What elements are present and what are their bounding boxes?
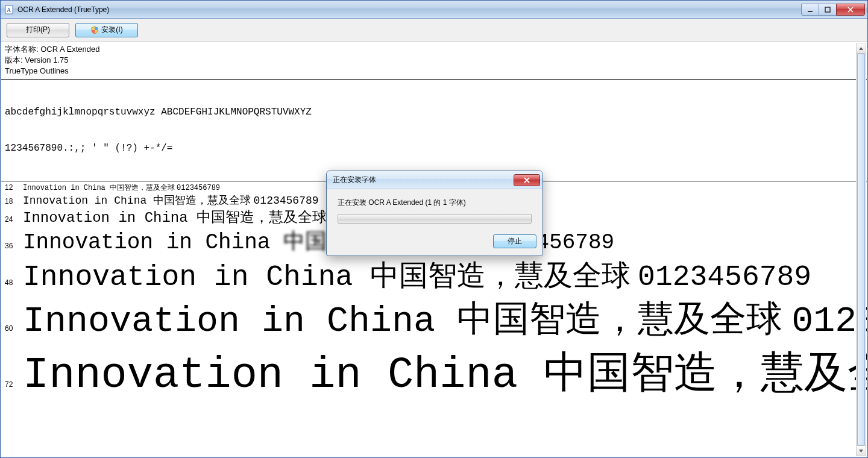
sample-text: Innovation in China 中国智造，慧及全球 0123456789 (23, 256, 811, 295)
sample-text: Innovation in China 中国智造，慧及全球 0123456789 (23, 193, 319, 207)
svg-rect-2 (808, 11, 813, 12)
sample-size-label: 36 (5, 242, 23, 250)
sample-text: Innovation in China 中国智造，慧及全球 0123456789 (23, 344, 867, 401)
glyph-line-2: 1234567890.:,; ' " (!?) +-*/= (5, 142, 863, 154)
font-outlines-line: TrueType Outlines (5, 66, 863, 77)
window-close-button[interactable] (836, 4, 865, 16)
svg-text:A: A (7, 7, 11, 13)
sample-size-label: 48 (5, 278, 23, 287)
font-file-icon: A (4, 5, 14, 14)
dialog-buttons: 停止 (327, 230, 542, 256)
install-progress-bar (338, 214, 532, 224)
dialog-close-button[interactable] (514, 174, 540, 186)
dialog-titlebar: 正在安装字体 (327, 171, 542, 189)
sample-text: Innovation in China 中国智造，慧及全球 0123456789 (23, 295, 867, 344)
stop-button-label: 停止 (508, 236, 522, 246)
window-controls (802, 4, 865, 16)
install-button[interactable]: 安装(I) (75, 23, 138, 37)
toolbar: 打印(P) 安装(I) (1, 19, 867, 42)
scroll-up-button[interactable] (857, 43, 866, 54)
glyph-line-1: abcdefghijklmnopqrstuvwxyz ABCDEFGHIJKLM… (5, 106, 863, 118)
dialog-body: 正在安装 OCR A Extended (1 的 1 字体) (327, 189, 542, 230)
scrollbar-track[interactable] (857, 54, 866, 445)
window-titlebar: A OCR A Extended (TrueType) (1, 1, 867, 19)
sample-size-label: 60 (5, 324, 23, 333)
sample-row: 72Innovation in China 中国智造，慧及全球 01234567… (1, 344, 867, 401)
sample-size-label: 24 (5, 215, 23, 224)
sample-row: 60Innovation in China 中国智造，慧及全球 01234567… (1, 295, 867, 344)
sample-row: 48Innovation in China 中国智造，慧及全球 01234567… (1, 256, 867, 295)
sample-size-label: 72 (5, 380, 23, 389)
vertical-scrollbar[interactable] (856, 43, 866, 456)
titlebar-left: A OCR A Extended (TrueType) (4, 5, 109, 14)
print-button-label: 打印(P) (26, 25, 50, 35)
dialog-title: 正在安装字体 (333, 175, 376, 185)
sample-text: Innovation in China 中国智造，慧及全球 0123456789 (23, 183, 220, 193)
installing-font-dialog: 正在安装字体 正在安装 OCR A Extended (1 的 1 字体) 停止 (326, 171, 543, 256)
glyph-sample-block: abcdefghijklmnopqrstuvwxyz ABCDEFGHIJKLM… (1, 80, 867, 181)
font-meta-block: 字体名称: OCR A Extended 版本: Version 1.75 Tr… (1, 42, 867, 80)
scroll-down-button[interactable] (857, 445, 866, 456)
print-button[interactable]: 打印(P) (7, 23, 69, 37)
maximize-button[interactable] (819, 4, 837, 16)
dialog-message: 正在安装 OCR A Extended (1 的 1 字体) (338, 198, 532, 208)
install-button-label: 安装(I) (101, 25, 122, 35)
scrollbar-thumb[interactable] (857, 54, 865, 445)
minimize-button[interactable] (801, 4, 819, 16)
shield-icon (90, 26, 99, 34)
svg-rect-3 (825, 7, 830, 12)
sample-size-label: 18 (5, 197, 23, 205)
window-title: OCR A Extended (TrueType) (17, 5, 109, 14)
sample-size-label: 12 (5, 183, 23, 192)
stop-button[interactable]: 停止 (493, 234, 536, 248)
font-name-line: 字体名称: OCR A Extended (5, 44, 863, 55)
font-version-line: 版本: Version 1.75 (5, 55, 863, 66)
